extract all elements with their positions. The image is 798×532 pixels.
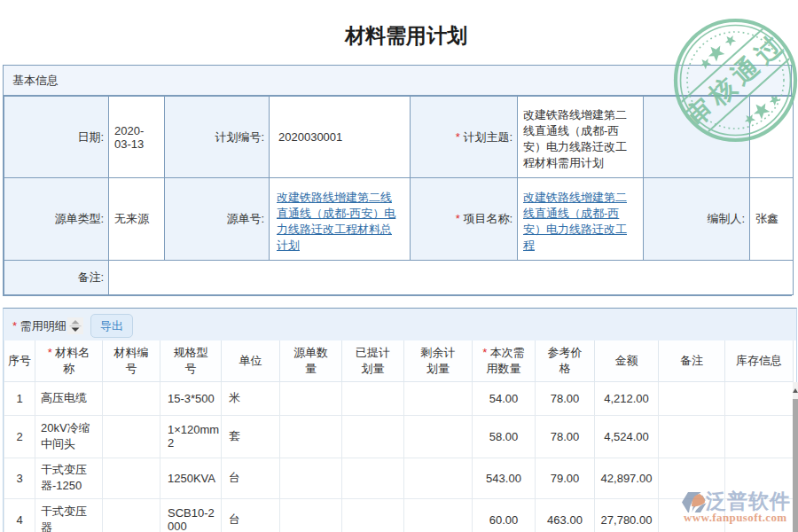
svg-text:审核通过: 审核通过 <box>680 27 791 131</box>
